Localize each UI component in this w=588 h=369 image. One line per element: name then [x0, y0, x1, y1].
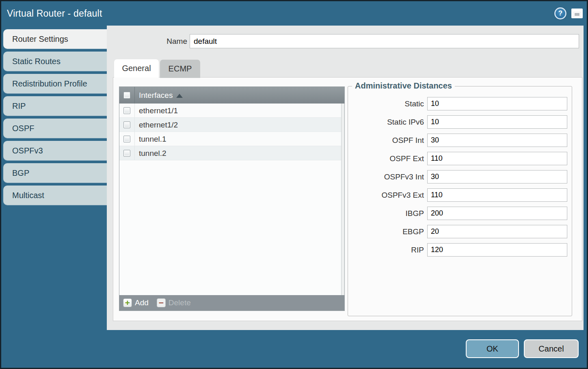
row-checkbox[interactable] [123, 150, 130, 157]
field-row: EBGP [348, 225, 567, 238]
interfaces-header-label: Interfaces [139, 91, 173, 99]
select-all-checkbox[interactable] [123, 92, 130, 99]
sidebar-item-static-routes[interactable]: Static Routes [3, 52, 107, 71]
content-panel: Name General ECMP Interfaces [107, 26, 584, 330]
interface-name: ethernet1/1 [135, 104, 178, 117]
sidebar-item-router-settings[interactable]: Router Settings [3, 29, 107, 49]
field-row: OSPFv3 Ext [348, 188, 567, 202]
row-checkbox-cell [119, 104, 135, 117]
general-tab-panel: Interfaces ethernet1/1 ethernet1/2 [113, 77, 582, 321]
row-checkbox[interactable] [123, 121, 130, 128]
static-input[interactable] [427, 97, 567, 110]
dialog-body: Virtual Router - default ? Router Settin… [1, 1, 587, 368]
ibgp-input[interactable] [427, 207, 567, 220]
interface-name: tunnel.1 [135, 132, 166, 146]
delete-minus-icon: − [157, 298, 166, 307]
table-row[interactable]: ethernet1/1 [119, 104, 341, 118]
help-icon[interactable]: ? [554, 7, 566, 19]
administrative-distances-rows: Static Static IPv6 OSPF Int OSPF Ex [348, 97, 572, 261]
tab-ecmp[interactable]: ECMP [160, 60, 200, 78]
cancel-button[interactable]: Cancel [524, 339, 579, 358]
row-checkbox[interactable] [123, 107, 130, 114]
virtual-router-dialog: Virtual Router - default ? Router Settin… [0, 0, 588, 369]
name-input[interactable] [190, 34, 579, 48]
interface-name: tunnel.2 [135, 146, 166, 160]
field-row: Static [348, 97, 567, 110]
sidebar-item-multicast[interactable]: Multicast [3, 186, 107, 205]
row-checkbox-cell [119, 146, 135, 160]
ospf-ext-input[interactable] [427, 152, 567, 165]
ebgp-label: EBGP [402, 227, 424, 236]
table-row[interactable]: tunnel.1 [119, 132, 341, 146]
sidebar-item-ospfv3[interactable]: OSPFv3 [3, 141, 107, 160]
sidebar-item-bgp[interactable]: BGP [3, 163, 107, 183]
row-checkbox[interactable] [123, 136, 130, 142]
interface-name: ethernet1/2 [135, 118, 178, 132]
sidebar-item-redistribution-profile[interactable]: Redistribution Profile [3, 74, 107, 93]
interfaces-column-header: Interfaces [135, 87, 183, 104]
administrative-distances-fieldset: Administrative Distances Static Static I… [348, 86, 572, 316]
sidebar-item-ospf[interactable]: OSPF [3, 119, 107, 138]
tab-general[interactable]: General [114, 59, 159, 78]
window-restore-icon[interactable] [571, 9, 583, 18]
ospf-ext-label: OSPF Ext [390, 154, 424, 163]
field-row: Static IPv6 [348, 115, 567, 129]
ospfv3-int-label: OSPFv3 Int [384, 173, 424, 181]
static-ipv6-input[interactable] [427, 115, 567, 129]
title-bar-icons: ? [554, 1, 583, 26]
sort-ascending-icon [176, 94, 183, 98]
add-button-label: Add [135, 298, 149, 307]
table-footer: + Add − Delete [119, 295, 344, 311]
add-plus-icon: + [123, 298, 132, 307]
table-scrollbar[interactable] [341, 104, 344, 295]
interfaces-table-body: ethernet1/1 ethernet1/2 tunnel.1 tu [119, 104, 341, 295]
sidebar-item-rip[interactable]: RIP [3, 96, 107, 116]
ibgp-label: IBGP [406, 209, 424, 218]
add-button[interactable]: + Add [123, 298, 149, 307]
title-bar: Virtual Router - default ? [1, 1, 587, 26]
table-row[interactable]: ethernet1/2 [119, 118, 341, 132]
ebgp-input[interactable] [427, 225, 567, 238]
field-row: RIP [348, 243, 567, 257]
row-checkbox-cell [119, 118, 135, 132]
name-label: Name [163, 34, 187, 48]
ospf-int-input[interactable] [427, 134, 567, 147]
delete-button-label: Delete [169, 298, 191, 307]
static-label: Static [404, 99, 424, 108]
table-row[interactable]: tunnel.2 [119, 146, 341, 160]
row-checkbox-cell [119, 132, 135, 146]
field-row: OSPF Ext [348, 152, 567, 165]
rip-label: RIP [411, 246, 424, 255]
field-row: OSPFv3 Int [348, 170, 567, 183]
field-row: OSPF Int [348, 134, 567, 147]
administrative-distances-legend: Administrative Distances [352, 81, 455, 91]
ok-button[interactable]: OK [466, 339, 519, 358]
interfaces-table: Interfaces ethernet1/1 ethernet1/2 [119, 86, 345, 311]
field-row: IBGP [348, 207, 567, 220]
select-all-cell [119, 87, 135, 104]
ospfv3-ext-input[interactable] [427, 188, 567, 202]
static-ipv6-label: Static IPv6 [387, 118, 424, 127]
sidebar: Router Settings Static Routes Redistribu… [1, 26, 107, 368]
rip-input[interactable] [427, 243, 567, 257]
dialog-title: Virtual Router - default [7, 1, 102, 26]
ospfv3-ext-label: OSPFv3 Ext [381, 191, 424, 200]
ospf-int-label: OSPF Int [392, 136, 424, 145]
ospfv3-int-input[interactable] [427, 170, 567, 183]
window-restore-glyph [574, 12, 580, 17]
delete-button[interactable]: − Delete [157, 298, 191, 307]
interfaces-table-header[interactable]: Interfaces [119, 87, 344, 104]
